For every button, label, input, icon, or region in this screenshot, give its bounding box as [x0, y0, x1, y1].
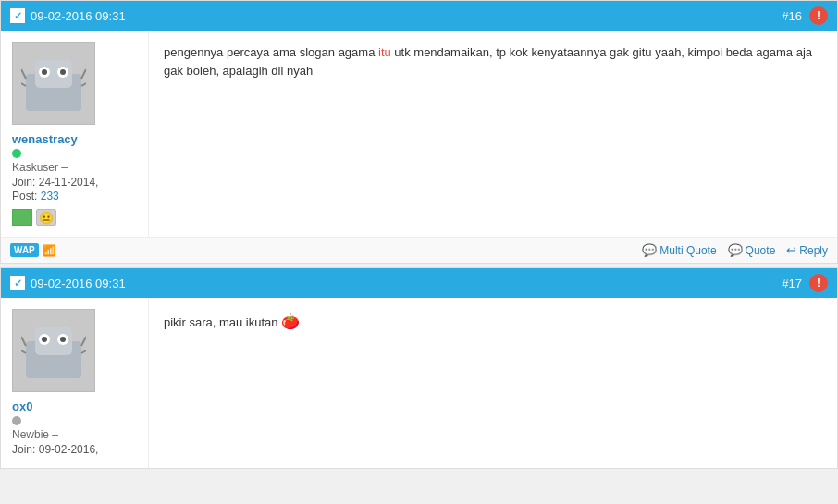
- post-checkbox-17[interactable]: [10, 276, 25, 290]
- user-join-17: Join: 09-02-2016,: [12, 443, 98, 456]
- post-header-left-16: 09-02-2016 09:31: [10, 8, 126, 23]
- post-content-17: pikir sara, mau ikutan 🍅: [149, 298, 837, 468]
- post-sidebar-17: ox0 Newbie – Join: 09-02-2016,: [1, 298, 149, 468]
- post-17: 09-02-2016 09:31 #17 !: [0, 267, 838, 469]
- alert-icon-16[interactable]: !: [809, 6, 828, 25]
- post-header-left-17: 09-02-2016 09:31: [10, 276, 126, 290]
- online-indicator-16: [12, 149, 21, 158]
- user-join-16: Join: 24-11-2014,: [12, 176, 98, 189]
- post-number-16: #16: [782, 9, 802, 23]
- svg-line-8: [81, 69, 86, 79]
- username-17[interactable]: ox0: [12, 400, 32, 413]
- post-body-17: ox0 Newbie – Join: 09-02-2016, pikir sar…: [1, 298, 837, 468]
- post-header-right-17: #17 !: [782, 274, 828, 292]
- wifi-icon-16: 📶: [43, 244, 56, 257]
- reply-button-16[interactable]: ↩ Reply: [786, 243, 828, 257]
- post-footer-16: WAP 📶 💬 Multi Quote 💬 Quote ↩ Reply: [1, 237, 837, 263]
- post-body-16: wenastracy Kaskuser – Join: 24-11-2014, …: [1, 31, 837, 237]
- post-content-16: pengennya percaya ama slogan agama itu u…: [149, 31, 837, 237]
- footer-left-16: WAP 📶: [10, 243, 56, 257]
- avatar-17: [12, 309, 95, 392]
- post-text-16: pengennya percaya ama slogan agama itu u…: [164, 43, 822, 80]
- post-date-16: 09-02-2016 09:31: [31, 9, 126, 23]
- svg-line-7: [21, 83, 26, 86]
- svg-line-6: [21, 69, 26, 79]
- post-sidebar-16: wenastracy Kaskuser – Join: 24-11-2014, …: [1, 31, 149, 237]
- highlight-word-16: itu: [378, 45, 391, 59]
- post-emoji-17: 🍅: [281, 313, 300, 329]
- user-role-17: Newbie –: [12, 428, 58, 441]
- svg-line-16: [21, 337, 26, 346]
- post-16: 09-02-2016 09:31 #16 !: [0, 0, 838, 264]
- quote-icon-16: 💬: [728, 243, 743, 257]
- footer-actions-16: 💬 Multi Quote 💬 Quote ↩ Reply: [642, 243, 828, 257]
- avatar-16: [12, 42, 95, 125]
- svg-line-17: [21, 350, 26, 353]
- svg-point-5: [60, 69, 66, 75]
- svg-point-15: [60, 337, 66, 342]
- post-count-link-16[interactable]: 233: [41, 190, 59, 203]
- user-post-16: Post: 233: [12, 190, 59, 203]
- multi-quote-icon-16: 💬: [642, 243, 657, 257]
- post-text-17: pikir sara, mau ikutan 🍅: [164, 311, 822, 333]
- wap-badge-16: WAP: [10, 243, 39, 257]
- svg-line-19: [81, 350, 86, 353]
- online-indicator-17: [12, 416, 21, 425]
- svg-line-18: [81, 337, 86, 346]
- svg-point-14: [42, 337, 47, 342]
- post-date-17: 09-02-2016 09:31: [31, 277, 126, 290]
- alert-icon-17[interactable]: !: [809, 274, 828, 292]
- post-header-16: 09-02-2016 09:31 #16 !: [1, 1, 837, 31]
- rep-badge-green-16: [12, 209, 32, 226]
- post-header-17: 09-02-2016 09:31 #17 !: [1, 268, 837, 298]
- user-badges-16: [12, 209, 56, 226]
- rep-badge-grey-16: [36, 209, 56, 226]
- post-header-right-16: #16 !: [782, 6, 828, 25]
- multi-quote-button-16[interactable]: 💬 Multi Quote: [642, 243, 716, 257]
- post-checkbox-16[interactable]: [10, 8, 25, 23]
- quote-button-16[interactable]: 💬 Quote: [728, 243, 776, 257]
- svg-line-9: [81, 83, 86, 86]
- reply-icon-16: ↩: [786, 243, 796, 257]
- username-16[interactable]: wenastracy: [12, 132, 78, 146]
- svg-point-4: [42, 69, 47, 75]
- post-number-17: #17: [782, 277, 802, 290]
- user-role-16: Kaskuser –: [12, 161, 68, 174]
